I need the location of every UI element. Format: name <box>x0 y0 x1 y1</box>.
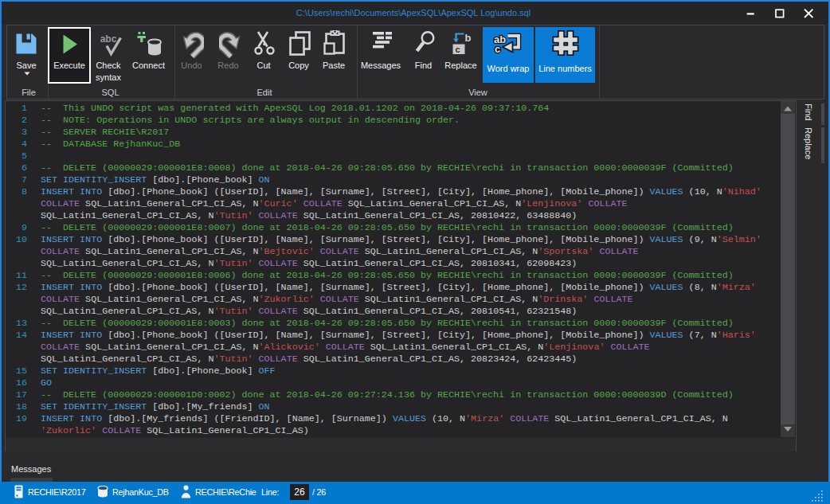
svg-text:c: c <box>456 45 460 54</box>
svg-text:b: b <box>465 32 472 44</box>
svg-text:c: c <box>495 43 500 55</box>
